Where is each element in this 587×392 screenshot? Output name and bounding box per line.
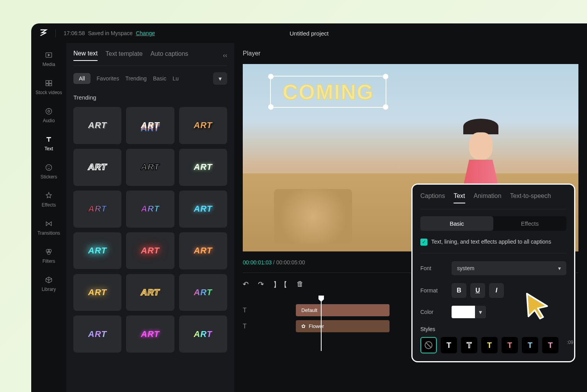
color-label: Color — [420, 309, 444, 315]
color-swatch[interactable] — [452, 306, 475, 318]
timeline-clip[interactable]: Default — [296, 304, 390, 316]
art-style-tile[interactable]: ART — [126, 107, 174, 144]
text-overlay-box[interactable]: COMING — [270, 76, 386, 108]
rail-stock-videos[interactable]: Stock videos — [36, 79, 62, 95]
color-picker[interactable]: ▾ — [452, 306, 486, 318]
timeline-clip[interactable]: ✿Flower — [296, 320, 390, 332]
section-trending: Trending — [73, 94, 227, 101]
resize-handle[interactable] — [268, 104, 274, 110]
tab-new-text[interactable]: New text — [73, 50, 98, 61]
art-style-tile[interactable]: ART — [179, 274, 227, 311]
font-select[interactable]: system ▾ — [452, 261, 566, 275]
filter-more[interactable]: Lu — [173, 75, 179, 82]
filter-trending[interactable]: Trending — [125, 75, 147, 82]
rail-stickers[interactable]: Stickers — [41, 163, 57, 180]
rail-transitions[interactable]: Transitions — [37, 219, 60, 236]
underline-button[interactable]: U — [470, 283, 485, 298]
art-style-tile[interactable]: ART — [73, 191, 121, 228]
art-style-tile[interactable]: ART — [126, 315, 174, 353]
rail-effects[interactable]: Effects — [42, 191, 56, 208]
text-icon — [44, 135, 53, 144]
filters-icon — [44, 248, 53, 256]
svg-point-6 — [48, 110, 50, 112]
art-style-tile[interactable]: ART — [126, 232, 174, 269]
tab-text-to-speech[interactable]: Text-to-speech — [510, 192, 551, 203]
art-style-tile[interactable]: ART — [126, 149, 174, 186]
italic-button[interactable]: I — [489, 283, 504, 298]
style-preset[interactable]: T — [481, 337, 498, 353]
rail-audio[interactable]: Audio — [43, 107, 55, 123]
apply-all-checkbox-row: ✓ Text, lining, and text effects applied… — [420, 238, 566, 253]
style-preset[interactable]: T — [502, 337, 518, 353]
art-style-tile[interactable]: ART — [73, 232, 121, 269]
rail-label: Media — [43, 62, 55, 67]
art-style-tile[interactable]: ART — [126, 191, 174, 228]
split-button[interactable]: 】【 — [273, 280, 287, 289]
subtab-basic[interactable]: Basic — [420, 216, 493, 231]
collapse-panel-icon[interactable]: ‹‹ — [223, 52, 227, 59]
style-preset[interactable]: T — [542, 337, 559, 353]
rail-media[interactable]: Media — [43, 51, 55, 67]
apply-all-checkbox[interactable]: ✓ — [420, 239, 427, 246]
format-label: Format — [420, 287, 444, 294]
color-row: Color ▾ — [420, 306, 566, 318]
art-style-tile[interactable]: ART — [126, 274, 174, 311]
art-style-tile[interactable]: ART — [179, 191, 227, 228]
style-preset[interactable]: T — [522, 337, 538, 353]
font-row: Font system ▾ — [420, 261, 566, 275]
svg-rect-2 — [49, 80, 52, 83]
tab-text[interactable]: Text — [454, 192, 465, 203]
rail-label: Audio — [43, 118, 55, 123]
bold-button[interactable]: B — [452, 283, 466, 298]
tab-auto-captions[interactable]: Auto captions — [150, 50, 188, 61]
art-style-tile[interactable]: ART — [179, 315, 227, 353]
style-preset[interactable]: T — [441, 337, 457, 353]
text-panel: New text Text template Auto captions ‹‹ … — [66, 43, 234, 392]
stickers-icon — [44, 163, 53, 172]
properties-panel: Captions Text Animation Text-to-speech B… — [411, 184, 575, 362]
redo-button[interactable]: ↷ — [258, 280, 264, 289]
color-dropdown[interactable]: ▾ — [475, 306, 486, 318]
resize-handle[interactable] — [268, 74, 274, 79]
playhead[interactable] — [321, 296, 322, 351]
rail-text[interactable]: Text — [44, 135, 53, 151]
project-title[interactable]: Untitled project — [290, 30, 329, 37]
rail-label: Effects — [42, 202, 56, 208]
app-logo-icon[interactable] — [39, 28, 48, 39]
player-header: Player — [234, 43, 587, 64]
art-style-tile[interactable]: ART — [179, 107, 227, 144]
art-style-tile[interactable]: ART — [179, 149, 227, 186]
tab-animation[interactable]: Animation — [474, 192, 502, 203]
rail-label: Stock videos — [36, 90, 62, 95]
art-style-tile[interactable]: ART — [179, 232, 227, 269]
art-style-tile[interactable]: ART — [73, 149, 121, 186]
tab-captions[interactable]: Captions — [420, 192, 445, 203]
tab-text-template[interactable]: Text template — [105, 50, 142, 61]
art-style-tile[interactable]: ART — [73, 315, 121, 353]
filter-basic[interactable]: Basic — [153, 75, 166, 82]
change-link[interactable]: Change — [136, 30, 155, 36]
rail-filters[interactable]: Filters — [43, 248, 55, 264]
art-style-grid: ART ART ART ART ART ART ART ART ART ART … — [73, 107, 227, 353]
art-style-tile[interactable]: ART — [73, 107, 121, 144]
resize-handle[interactable] — [383, 74, 388, 79]
rail-library[interactable]: Library — [42, 276, 56, 292]
props-subtabs: Basic Effects — [420, 216, 566, 231]
style-none[interactable] — [420, 337, 437, 353]
art-style-tile[interactable]: ART — [73, 274, 121, 311]
style-preset[interactable]: T — [461, 337, 477, 353]
resize-handle[interactable] — [383, 104, 388, 110]
filter-favorites[interactable]: Favorites — [97, 75, 119, 82]
subtab-effects[interactable]: Effects — [493, 216, 566, 231]
filter-dropdown[interactable]: ▾ — [213, 72, 227, 85]
playhead-handle[interactable] — [318, 296, 324, 302]
app-window: 17:06:58 Saved in Myspace Change Untitle… — [31, 23, 587, 392]
undo-button[interactable]: ↶ — [243, 280, 249, 289]
rail-label: Stickers — [41, 174, 57, 180]
rail-label: Text — [44, 146, 53, 151]
filter-all[interactable]: All — [73, 73, 91, 84]
styles-row: T T T T T T — [420, 337, 566, 353]
svg-rect-1 — [46, 80, 48, 83]
overlay-text[interactable]: COMING — [283, 80, 374, 104]
delete-button[interactable]: 🗑 — [297, 280, 304, 289]
